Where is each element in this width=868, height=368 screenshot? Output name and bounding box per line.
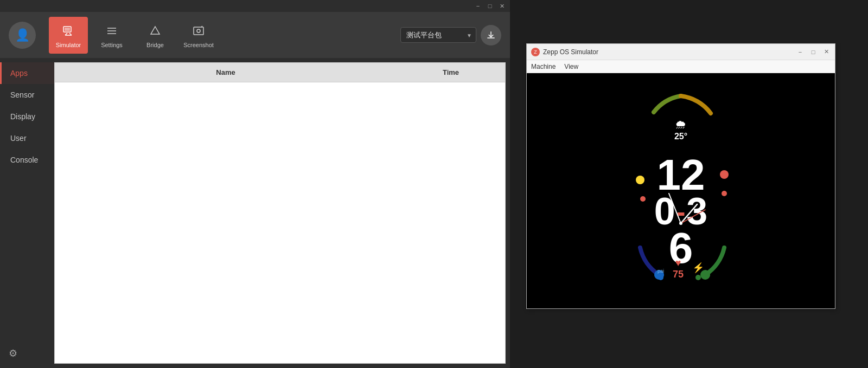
- platform-dropdown[interactable]: 测试平台包: [400, 27, 476, 43]
- pai-dot: [658, 275, 663, 280]
- bolt-icon: ⚡: [692, 262, 704, 274]
- left-panel: − □ ✕ 👤 Simulator Settings Bri: [0, 0, 510, 368]
- simulator-label: Simulator: [56, 42, 81, 48]
- sim-minimize-button[interactable]: −: [796, 48, 805, 56]
- heart-value: 75: [673, 269, 684, 280]
- content-area: Apps Sensor Display User Console ⚙ Name: [0, 58, 510, 368]
- screenshot-button[interactable]: Screenshot: [179, 17, 218, 54]
- sim-menubar: Machine View: [527, 60, 835, 73]
- simulator-icon: [60, 22, 77, 40]
- gear-icon: ⚙: [9, 348, 17, 359]
- sim-title-bar: Z Zepp OS Simulator − □ ✕: [527, 44, 835, 60]
- sim-app-icon: Z: [531, 48, 540, 56]
- bridge-icon: [146, 22, 164, 40]
- svg-line-15: [669, 193, 681, 223]
- heart-stat: ♥ 75: [673, 257, 684, 280]
- sidebar: Apps Sensor Display User Console ⚙: [0, 58, 54, 368]
- sim-maximize-button[interactable]: □: [809, 48, 818, 56]
- title-bar: − □ ✕: [0, 0, 510, 12]
- column-name: Name: [55, 64, 397, 81]
- svg-rect-1: [65, 28, 70, 31]
- svg-line-17: [681, 210, 705, 223]
- screenshot-icon: [190, 22, 207, 40]
- sim-window-buttons: − □ ✕: [796, 48, 831, 56]
- svg-point-7: [197, 29, 200, 33]
- svg-rect-6: [194, 27, 203, 35]
- minimize-button[interactable]: −: [474, 2, 482, 10]
- pai-stat: pai: [658, 268, 664, 280]
- bolt-stat: ⚡: [692, 262, 704, 280]
- sim-screen: 🌧 25° 12 0 - 3 6: [527, 73, 835, 308]
- dropdown-wrapper: 测试平台包 ▼: [400, 27, 476, 43]
- settings-button[interactable]: Settings: [92, 17, 131, 54]
- toolbar: 👤 Simulator Settings Bridge: [0, 12, 510, 58]
- svg-marker-5: [151, 27, 159, 34]
- download-button[interactable]: [481, 25, 501, 46]
- sim-title-text: Zepp OS Simulator: [543, 48, 793, 56]
- bridge-label: Bridge: [146, 42, 164, 48]
- stats-area: pai ♥ 75 ⚡: [658, 257, 704, 280]
- simulator-window: Z Zepp OS Simulator − □ ✕ Machine View: [526, 43, 835, 309]
- svg-line-16: [681, 204, 697, 223]
- svg-point-18: [679, 222, 682, 225]
- table-header: Name Time: [55, 63, 505, 82]
- sidebar-item-user[interactable]: User: [0, 127, 54, 149]
- close-button[interactable]: ✕: [498, 2, 506, 10]
- settings-label: Settings: [101, 42, 123, 48]
- screenshot-label: Screenshot: [183, 42, 214, 48]
- simulator-button[interactable]: Simulator: [49, 17, 88, 54]
- avatar-icon: 👤: [15, 28, 30, 42]
- bridge-button[interactable]: Bridge: [136, 17, 175, 54]
- bolt-dot: [695, 275, 701, 280]
- sim-menu-machine[interactable]: Machine: [531, 63, 556, 70]
- sidebar-item-sensor[interactable]: Sensor: [0, 84, 54, 106]
- sidebar-item-apps[interactable]: Apps: [0, 62, 54, 84]
- main-table-area: Name Time: [54, 62, 506, 364]
- pai-label: pai: [658, 268, 664, 274]
- sidebar-item-console[interactable]: Console: [0, 149, 54, 171]
- maximize-button[interactable]: □: [486, 2, 494, 10]
- sim-menu-view[interactable]: View: [564, 63, 578, 70]
- watch-face: 🌧 25° 12 0 - 3 6: [610, 85, 751, 296]
- heart-icon: ♥: [675, 257, 681, 269]
- avatar: 👤: [9, 22, 36, 49]
- settings-icon: [103, 22, 120, 40]
- column-time: Time: [397, 64, 505, 81]
- table-body[interactable]: [55, 82, 505, 363]
- sim-close-button[interactable]: ✕: [822, 48, 831, 56]
- sidebar-settings-button[interactable]: ⚙: [0, 339, 54, 368]
- sidebar-item-display[interactable]: Display: [0, 106, 54, 127]
- dropdown-container: 测试平台包 ▼: [400, 25, 501, 46]
